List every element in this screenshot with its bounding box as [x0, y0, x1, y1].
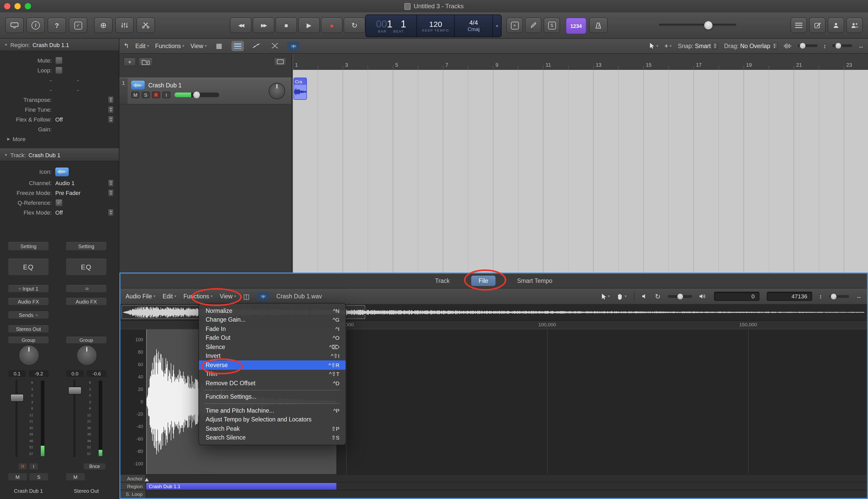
collaboration-button[interactable] [846, 17, 863, 33]
track-inspector-header[interactable]: ▼ Track: Crash Dub 1 [0, 148, 119, 161]
metronome-button[interactable] [589, 17, 607, 33]
pan-knob[interactable] [18, 345, 39, 366]
freeze-mode-stepper[interactable]: ▴▾ [108, 189, 114, 196]
flex-follow-stepper[interactable]: ▴▾ [108, 115, 114, 123]
group-slot[interactable]: Group [8, 337, 49, 343]
apple-loops-button[interactable] [828, 17, 844, 33]
note-pads-button[interactable] [809, 17, 826, 33]
horizontal-zoom-knob[interactable] [835, 43, 841, 49]
tracks-functions-menu[interactable]: Functions▾ [155, 42, 185, 49]
menu-item-trim[interactable]: Trim^⇧T [199, 369, 345, 378]
menu-item-change-gain[interactable]: Change Gain...^G [199, 315, 345, 324]
prelisten-button[interactable] [641, 294, 647, 299]
editor-flex-button[interactable]: >|< [257, 292, 269, 301]
editor-hand-tool-menu[interactable]: ▾ [617, 293, 627, 300]
audio-file-menu[interactable]: Audio File▾ [126, 293, 155, 300]
solo-button[interactable]: S [29, 473, 48, 480]
volume-fader[interactable] [68, 387, 81, 394]
track-name[interactable]: Crash Dub 1 [148, 82, 181, 88]
group-slot[interactable]: Group [66, 337, 106, 343]
eq-button[interactable]: EQ [8, 258, 49, 275]
volume-value[interactable]: -9.2 [29, 370, 49, 377]
snap-menu[interactable]: Snap: Smart ▴▾ [678, 42, 718, 49]
menu-item-search-silence[interactable]: Search Silence⇧S [199, 433, 345, 442]
master-volume-knob[interactable] [704, 21, 713, 29]
lcd-display[interactable]: 001 1 BAR BEAT 120 KEEP TEMPO 4/4 Cmaj ▾ [365, 14, 502, 37]
menu-item-reverse[interactable]: Reverse^⇧R [199, 361, 345, 369]
region-inspector-header[interactable]: ▼ Region: Crash Dub 1.1 [0, 38, 119, 51]
record-button[interactable]: ● [321, 17, 342, 33]
track-icon-button[interactable] [55, 167, 69, 176]
waveform-zoom-button[interactable] [783, 42, 791, 49]
forward-button[interactable]: ▶▶ [253, 17, 274, 33]
low-latency-button[interactable] [525, 17, 541, 33]
smart-controls-button[interactable]: ⊕ [94, 17, 113, 33]
pointer-tool-menu[interactable]: ▾ [650, 42, 658, 49]
replace-button[interactable]: × [506, 17, 523, 33]
eq-button[interactable]: EQ [66, 258, 106, 275]
playhead[interactable] [292, 54, 293, 272]
prelisten-volume-slider[interactable] [668, 295, 692, 297]
vertical-zoom-knob[interactable] [800, 43, 805, 49]
menu-item-silence[interactable]: Silence^⌦ [199, 342, 345, 351]
tracks-timeline[interactable] [292, 69, 868, 272]
track-record-button[interactable]: R [152, 92, 160, 98]
track-header-options-button[interactable] [274, 57, 286, 66]
track-pan-knob[interactable] [269, 83, 285, 99]
solo-mode-button[interactable]: S [543, 17, 560, 33]
bounce-button[interactable]: Bnce [84, 463, 105, 470]
q-reference-checkbox[interactable]: ✓ [55, 199, 63, 206]
pan-knob[interactable] [76, 345, 97, 366]
channel-strip-name[interactable]: Crash Dub 1 [4, 488, 53, 494]
menu-item-adjust-tempo[interactable]: Adjust Tempo by Selection and Locators [199, 415, 345, 424]
volume-loud-button[interactable] [699, 294, 706, 299]
inspector-button[interactable]: i [26, 17, 45, 33]
tab-track[interactable]: Track [429, 276, 456, 286]
lcd-chevron[interactable]: ▾ [492, 15, 501, 37]
minimize-button[interactable] [14, 3, 21, 9]
track-volume-knob[interactable] [193, 92, 200, 98]
quick-help-button[interactable]: ? [48, 17, 66, 33]
mute-button[interactable]: M [66, 473, 85, 480]
add-track-stack-button[interactable] [138, 57, 153, 66]
menu-item-normalize[interactable]: Normalize^N [199, 306, 345, 315]
add-track-button[interactable]: + [124, 57, 136, 66]
cycle-button[interactable]: ↻ [343, 17, 365, 33]
play-button[interactable]: ▶ [298, 17, 320, 33]
track-lanes-button[interactable] [231, 40, 244, 51]
mixer-button[interactable] [115, 17, 134, 33]
input-monitor-button[interactable]: I [29, 463, 38, 470]
audio-fx-slot[interactable]: Audio FX [8, 298, 49, 305]
selection-start-field[interactable]: 0 [714, 292, 759, 301]
record-enable-button[interactable]: R [18, 463, 27, 470]
back-arrow-icon[interactable]: ↰ [124, 42, 129, 50]
editor-pointer-tool-menu[interactable]: ▾ [601, 293, 610, 300]
list-editors-button[interactable] [791, 17, 807, 33]
menu-item-invert[interactable]: Invert^⇧I [199, 351, 345, 361]
secondary-tool-menu[interactable]: +▾ [664, 42, 672, 50]
output-slot[interactable]: Stereo Out [8, 325, 49, 332]
menu-item-remove-dc-offset[interactable]: Remove DC Offset^D [199, 378, 345, 388]
track-solo-button[interactable]: S [141, 92, 150, 98]
crossfade-button[interactable] [269, 40, 281, 51]
setting-button[interactable]: Setting [66, 242, 106, 250]
flex-follow-value[interactable]: Off [55, 116, 63, 122]
prelisten-volume-knob[interactable] [677, 293, 683, 299]
tab-smart-tempo[interactable]: Smart Tempo [511, 276, 558, 286]
tracks-edit-menu[interactable]: Edit▾ [135, 42, 149, 49]
stereo-format-button[interactable]: ○○ [66, 285, 106, 292]
split-view-icon[interactable]: ◫ [243, 292, 250, 300]
track-input-monitor-button[interactable]: I [162, 92, 171, 98]
stop-button[interactable]: ■ [275, 17, 297, 33]
pan-value[interactable]: 0.1 [8, 370, 26, 377]
editors-button[interactable] [136, 17, 155, 33]
editor-edit-menu[interactable]: Edit▾ [163, 293, 176, 300]
volume-value[interactable]: -0.6 [87, 370, 106, 377]
track-row-1[interactable]: 1 Crash Dub 1 M S R I [119, 77, 291, 105]
audio-fx-slot[interactable]: Audio FX [66, 298, 106, 305]
editor-functions-menu[interactable]: Functions▾ [184, 293, 213, 300]
track-mute-button[interactable]: M [131, 92, 139, 98]
volume-fader[interactable] [10, 394, 24, 402]
flex-mode-value[interactable]: Off [55, 209, 63, 215]
pan-value[interactable]: 0.0 [66, 370, 84, 377]
